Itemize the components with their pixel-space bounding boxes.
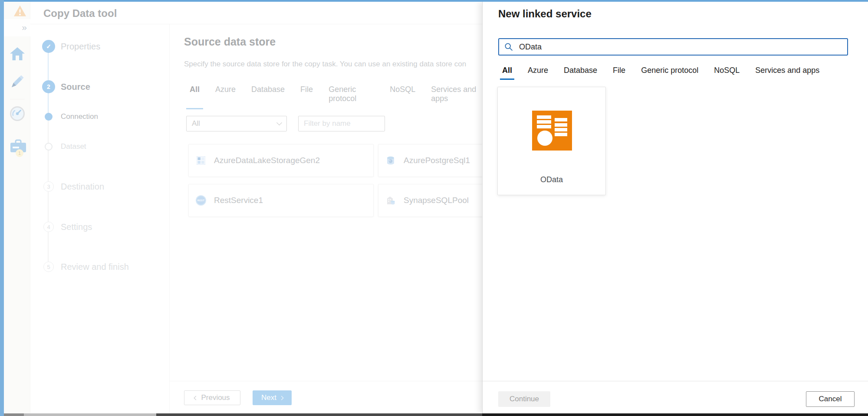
- filter-by-name-input[interactable]: [298, 116, 385, 131]
- dimmed-background-region: »: [0, 0, 482, 416]
- author-pencil-icon[interactable]: [10, 75, 24, 89]
- step-label: Properties: [61, 42, 100, 52]
- continue-button-label: Continue: [510, 395, 539, 403]
- odata-tile-label: OData: [498, 175, 605, 184]
- category-dropdown[interactable]: All: [186, 116, 287, 131]
- connection-name: RestService1: [214, 196, 263, 205]
- step-number-badge: 4: [43, 222, 54, 232]
- odata-connector-tile[interactable]: OData: [497, 87, 606, 195]
- search-input[interactable]: [519, 43, 842, 52]
- step-ring-icon: [45, 143, 53, 151]
- panel-footer-divider: [483, 381, 868, 381]
- monitor-gauge-icon[interactable]: [10, 106, 25, 121]
- step-destination[interactable]: 3 Destination: [43, 181, 104, 192]
- step-source[interactable]: 2 Source: [42, 80, 90, 93]
- wizard-footer-divider: [170, 381, 482, 381]
- panel-title: New linked service: [498, 8, 592, 20]
- step-number-badge: 3: [43, 181, 54, 192]
- tab-database[interactable]: Database: [251, 85, 285, 103]
- rest-icon: REST: [196, 195, 206, 206]
- chevron-left-icon: [194, 396, 198, 400]
- cancel-button-label: Cancel: [819, 395, 842, 403]
- wizard-title: Copy Data tool: [43, 7, 117, 20]
- top-edge-strip: [0, 0, 868, 2]
- tab-services-and-apps[interactable]: Services and apps: [431, 85, 482, 103]
- step-label: Connection: [61, 112, 98, 121]
- sidebar-expand-row[interactable]: »: [4, 19, 30, 36]
- rest-icon-text: REST: [196, 195, 206, 206]
- warning-icon[interactable]: [13, 5, 26, 17]
- postgresql-icon: [385, 155, 396, 166]
- card-azure-postgresql[interactable]: AzurePostgreSql1: [378, 144, 482, 177]
- odata-icon: [532, 111, 572, 151]
- tab-file[interactable]: File: [613, 66, 625, 75]
- tab-database[interactable]: Database: [564, 66, 597, 75]
- step-number-badge: 2: [42, 80, 55, 93]
- category-dropdown-value: All: [192, 119, 277, 128]
- tab-generic-protocol[interactable]: Generic protocol: [329, 85, 374, 103]
- connection-name: AzurePostgreSql1: [404, 156, 470, 165]
- linked-service-category-tabs: All Azure Database File Generic protocol…: [502, 66, 819, 75]
- step-settings[interactable]: 4 Settings: [43, 222, 92, 232]
- step-dot-icon: [45, 113, 53, 121]
- tab-all[interactable]: All: [502, 66, 512, 75]
- tab-generic-protocol[interactable]: Generic protocol: [641, 66, 698, 75]
- step-label: Dataset: [61, 142, 86, 151]
- adls-gen2-icon: [196, 155, 206, 166]
- card-synapse-sql-pool[interactable]: SynapseSQLPool: [378, 184, 482, 217]
- home-icon[interactable]: [10, 47, 25, 61]
- taskbar-edge-strip: [0, 413, 868, 416]
- source-category-tabs: All Azure Database File Generic protocol…: [190, 85, 482, 103]
- step-label: Source: [61, 82, 90, 92]
- chevron-right-icon: [279, 396, 284, 400]
- tab-file[interactable]: File: [300, 85, 313, 103]
- synapse-icon: [385, 195, 396, 206]
- stepper-divider: [169, 24, 170, 413]
- continue-button[interactable]: Continue: [498, 391, 550, 407]
- tab-nosql[interactable]: NoSQL: [390, 85, 415, 103]
- page-subtitle: Specify the source data store for the co…: [184, 60, 482, 69]
- connection-name: SynapseSQLPool: [404, 196, 469, 205]
- card-rest-service[interactable]: REST RestService1: [188, 184, 374, 217]
- step-label: Review and finish: [61, 262, 129, 272]
- tab-all[interactable]: All: [190, 85, 200, 103]
- chevron-down-icon: [276, 120, 282, 125]
- tab-services-and-apps[interactable]: Services and apps: [755, 66, 819, 75]
- previous-button-label: Previous: [201, 393, 230, 402]
- new-linked-service-panel: New linked service All Azure Database Fi…: [482, 2, 868, 413]
- step-label: Settings: [61, 222, 92, 232]
- next-button[interactable]: Next: [253, 390, 292, 405]
- connection-name: AzureDataLakeStorageGen2: [214, 156, 320, 165]
- sidebar-divider: [10, 99, 25, 99]
- page-title: Source data store: [184, 36, 276, 48]
- tab-azure[interactable]: Azure: [215, 85, 236, 103]
- step-dataset[interactable]: Dataset: [45, 142, 86, 151]
- tab-nosql[interactable]: NoSQL: [714, 66, 740, 75]
- manage-badge: 1: [16, 149, 23, 157]
- cancel-button[interactable]: Cancel: [806, 391, 855, 407]
- linked-service-search-box[interactable]: [498, 38, 848, 56]
- step-properties[interactable]: ✓ Properties: [42, 40, 100, 53]
- step-label: Destination: [61, 182, 104, 192]
- tab-azure[interactable]: Azure: [528, 66, 548, 75]
- search-icon: [504, 43, 513, 51]
- app-screen: »: [0, 0, 868, 416]
- step-number-badge: 5: [43, 262, 54, 272]
- step-connection[interactable]: Connection: [45, 112, 98, 121]
- step-check-icon: ✓: [42, 40, 55, 53]
- previous-button[interactable]: Previous: [184, 390, 240, 405]
- left-nav-sidebar: »: [4, 2, 30, 413]
- next-button-label: Next: [261, 393, 276, 402]
- step-review-finish[interactable]: 5 Review and finish: [43, 262, 129, 272]
- left-edge-strip: [0, 0, 4, 416]
- card-azure-data-lake-storage-gen2[interactable]: AzureDataLakeStorageGen2: [188, 144, 374, 177]
- connection-card-grid: AzureDataLakeStorageGen2 AzurePostgreSql…: [188, 144, 482, 217]
- wizard-header: Copy Data tool: [30, 2, 482, 24]
- expand-chevrons-icon[interactable]: »: [22, 22, 27, 33]
